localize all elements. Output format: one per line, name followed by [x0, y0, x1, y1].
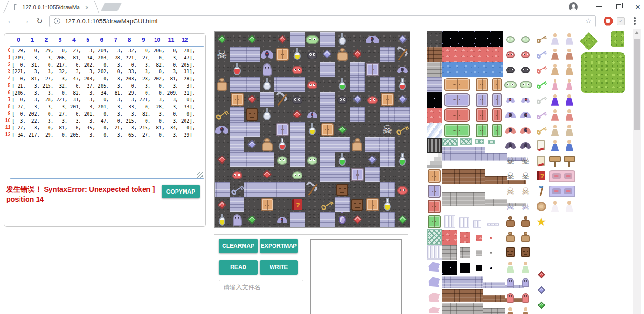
- map-tile[interactable]: [350, 62, 365, 77]
- map-tile[interactable]: [230, 152, 245, 167]
- map-tile[interactable]: [274, 137, 290, 152]
- map-tile[interactable]: [320, 62, 335, 77]
- map-tile[interactable]: [215, 107, 230, 122]
- map-tile[interactable]: [365, 107, 380, 122]
- map-tile[interactable]: [230, 47, 245, 62]
- tileset-batS[interactable]: [504, 94, 517, 106]
- map-tile[interactable]: [274, 62, 290, 77]
- tileset-lattice[interactable]: [460, 138, 472, 145]
- tileset-coin[interactable]: [535, 200, 547, 213]
- map-tile[interactable]: [365, 47, 380, 62]
- tileset-graystone[interactable]: [442, 303, 483, 314]
- tileset-bigslime[interactable]: [519, 78, 533, 91]
- map-tile[interactable]: [244, 152, 260, 167]
- map-tile[interactable]: [320, 182, 335, 197]
- map-tile[interactable]: [395, 182, 410, 197]
- tileset-slime[interactable]: [504, 63, 517, 76]
- tileset-skull[interactable]: ☠: [519, 200, 532, 213]
- map-tile[interactable]: [215, 92, 230, 107]
- tileset-lava[interactable]: [442, 230, 457, 245]
- map-tile[interactable]: ☠: [380, 122, 395, 137]
- map-tile[interactable]: ☠: [215, 47, 230, 62]
- map-tile[interactable]: [260, 152, 275, 167]
- tileset-gem[interactable]: [535, 269, 547, 281]
- map-tile[interactable]: [320, 32, 335, 47]
- tileset-starfield[interactable]: [442, 31, 503, 47]
- tileset-star[interactable]: ★: [535, 216, 547, 228]
- tileset-bat[interactable]: [519, 109, 532, 121]
- tileset-human[interactable]: [563, 109, 576, 121]
- tileset-treeD[interactable]: [581, 33, 597, 49]
- tileset-brownbrick[interactable]: [442, 289, 483, 302]
- tileset-human[interactable]: [504, 261, 517, 274]
- tileset-bluebrick[interactable]: [483, 282, 505, 288]
- write-button[interactable]: WRITE: [260, 260, 298, 275]
- map-tile[interactable]: [274, 197, 290, 213]
- tileset-key[interactable]: [535, 63, 547, 76]
- tileset-golem[interactable]: [504, 231, 517, 243]
- tileset-human[interactable]: [563, 63, 576, 76]
- tileset-ghost[interactable]: [519, 276, 532, 289]
- tileset-slime[interactable]: [519, 63, 532, 76]
- tileset-key[interactable]: [535, 94, 547, 106]
- map-tile[interactable]: [274, 167, 290, 183]
- map-tile[interactable]: [260, 137, 275, 152]
- forward-icon[interactable]: →: [21, 16, 29, 26]
- map-tile[interactable]: [215, 32, 230, 47]
- map-tile[interactable]: [305, 152, 320, 167]
- reload-icon[interactable]: ↻: [36, 16, 43, 26]
- matrix-textarea[interactable]: [10, 46, 204, 179]
- map-tile[interactable]: [320, 92, 335, 107]
- map-tile[interactable]: [244, 32, 260, 47]
- filename-input[interactable]: [219, 280, 303, 294]
- map-tile[interactable]: [320, 77, 335, 92]
- tileset-face[interactable]: [519, 246, 532, 258]
- map-tile[interactable]: [274, 212, 290, 227]
- map-tile[interactable]: [365, 137, 380, 152]
- tileset-door[interactable]: [475, 108, 489, 123]
- map-tile[interactable]: [274, 47, 290, 62]
- tileset-skull[interactable]: ☠: [519, 155, 532, 167]
- tileset-pillars[interactable]: [459, 217, 469, 228]
- map-tile[interactable]: [230, 62, 245, 77]
- map-tile[interactable]: [260, 122, 275, 137]
- tileset-door[interactable]: [475, 77, 489, 92]
- tileset-bluebrick[interactable]: [427, 77, 442, 92]
- tileset-skull[interactable]: ☠: [519, 185, 532, 197]
- tileset-wing[interactable]: [428, 291, 441, 304]
- tileset-lattice[interactable]: [427, 229, 442, 245]
- map-tile[interactable]: [290, 182, 305, 197]
- map-tile[interactable]: [305, 137, 320, 152]
- tileset-starfield[interactable]: [460, 263, 470, 273]
- tileset-starfield[interactable]: [442, 261, 457, 275]
- textarea-resize-grip[interactable]: [197, 172, 203, 178]
- tileset-wallface[interactable]: [549, 170, 576, 182]
- tileset-bat[interactable]: [519, 124, 532, 137]
- map-tile[interactable]: [365, 182, 380, 197]
- map-tile[interactable]: [215, 62, 230, 77]
- tileset-wing[interactable]: [428, 276, 441, 288]
- tileset-bluebrick[interactable]: [442, 276, 483, 288]
- map-tile[interactable]: [305, 212, 320, 227]
- map-tile[interactable]: [290, 137, 305, 152]
- tileset-door[interactable]: [491, 123, 503, 138]
- tab-close-icon[interactable]: ×: [85, 4, 89, 11]
- map-tile[interactable]: [395, 122, 410, 137]
- adblock-extension-icon[interactable]: [604, 17, 613, 26]
- exportmap-button[interactable]: EXPORTMAP: [260, 239, 298, 253]
- map-tile[interactable]: [320, 122, 335, 137]
- map-tile[interactable]: [305, 62, 320, 77]
- tileset-human[interactable]: [549, 63, 561, 76]
- tileset-door[interactable]: [442, 92, 472, 108]
- map-tile[interactable]: [380, 197, 395, 213]
- tileset-human[interactable]: [563, 124, 576, 137]
- map-tile[interactable]: [290, 152, 305, 167]
- map-tile[interactable]: [244, 167, 260, 183]
- map-tile[interactable]: [260, 197, 275, 213]
- map-tile[interactable]: [335, 182, 350, 197]
- tileset-scroll[interactable]: [535, 139, 547, 152]
- map-tile[interactable]: [290, 92, 305, 107]
- map-canvas[interactable]: ☠☠?: [214, 31, 410, 228]
- map-tile[interactable]: [230, 167, 245, 183]
- tileset-graystone[interactable]: [483, 308, 505, 314]
